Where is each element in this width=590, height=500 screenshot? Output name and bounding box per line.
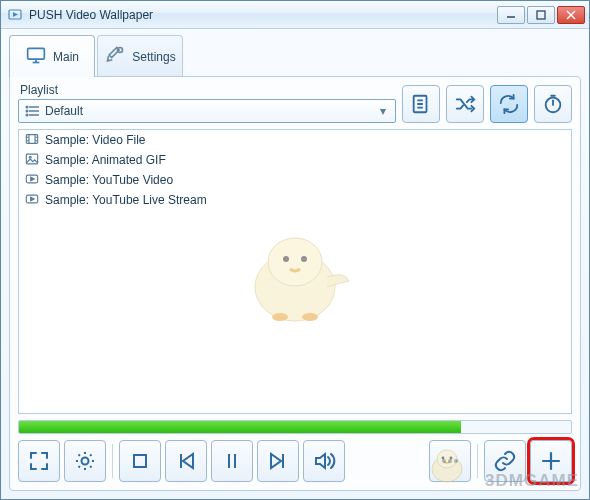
stop-button[interactable] xyxy=(119,440,161,482)
tab-settings-label: Settings xyxy=(132,50,175,64)
separator xyxy=(477,444,478,478)
svg-point-36 xyxy=(255,253,335,321)
main-panel: Playlist Default ▾ xyxy=(9,76,581,491)
maximize-button[interactable] xyxy=(527,6,555,24)
progress-bar[interactable] xyxy=(18,420,572,434)
svg-rect-23 xyxy=(26,134,37,143)
minimize-button[interactable] xyxy=(497,6,525,24)
youtube-icon xyxy=(25,172,39,189)
svg-point-52 xyxy=(448,459,452,463)
svg-point-41 xyxy=(302,313,318,321)
youtube-icon xyxy=(25,192,39,209)
svg-point-53 xyxy=(454,459,458,463)
chevron-down-icon: ▾ xyxy=(375,104,391,118)
svg-rect-6 xyxy=(28,48,45,59)
playlist-label: Playlist xyxy=(20,83,396,97)
volume-button[interactable] xyxy=(303,440,345,482)
app-icon xyxy=(7,7,23,23)
tools-icon xyxy=(104,45,126,68)
next-button[interactable] xyxy=(257,440,299,482)
playlist-listbox[interactable]: Sample: Video File Sample: Animated GIF … xyxy=(18,129,572,414)
image-icon xyxy=(25,152,39,169)
close-button[interactable] xyxy=(557,6,585,24)
svg-marker-33 xyxy=(31,177,35,181)
separator xyxy=(112,444,113,478)
window-title: PUSH Video Wallpaper xyxy=(29,8,495,22)
svg-point-42 xyxy=(82,458,89,465)
link-button[interactable] xyxy=(484,440,526,482)
tab-settings[interactable]: Settings xyxy=(97,35,183,77)
svg-rect-30 xyxy=(26,154,37,164)
tab-main-label: Main xyxy=(53,50,79,64)
svg-point-40 xyxy=(272,313,288,321)
previous-button[interactable] xyxy=(165,440,207,482)
svg-marker-1 xyxy=(13,12,18,17)
svg-point-13 xyxy=(26,106,28,108)
list-item-label: Sample: Animated GIF xyxy=(45,153,166,167)
tab-main[interactable]: Main xyxy=(9,35,95,77)
add-button[interactable] xyxy=(530,440,572,482)
list-item-label: Sample: YouTube Video xyxy=(45,173,173,187)
svg-rect-3 xyxy=(537,11,545,19)
shuffle-button[interactable] xyxy=(446,85,484,123)
playlist-row: Playlist Default ▾ xyxy=(18,83,572,123)
list-icon xyxy=(25,103,41,119)
svg-marker-50 xyxy=(316,454,325,468)
progress-fill xyxy=(19,421,461,433)
list-item[interactable]: Sample: Video File xyxy=(19,130,571,150)
tab-strip: Main Settings xyxy=(9,35,581,77)
svg-point-51 xyxy=(442,459,446,463)
watermark-mascot xyxy=(230,217,360,337)
timer-button[interactable] xyxy=(534,85,572,123)
monitor-icon xyxy=(25,45,47,68)
playlist-selected: Default xyxy=(45,104,375,118)
list-item[interactable]: Sample: YouTube Video xyxy=(19,170,571,190)
settings-button[interactable] xyxy=(64,440,106,482)
list-item[interactable]: Sample: YouTube Live Stream xyxy=(19,190,571,210)
repeat-button[interactable] xyxy=(490,85,528,123)
fullscreen-button[interactable] xyxy=(18,440,60,482)
more-button[interactable] xyxy=(429,440,471,482)
svg-point-38 xyxy=(283,256,289,262)
list-item-label: Sample: YouTube Live Stream xyxy=(45,193,207,207)
svg-rect-43 xyxy=(134,455,146,467)
pause-button[interactable] xyxy=(211,440,253,482)
film-icon xyxy=(25,132,39,149)
list-item[interactable]: Sample: Animated GIF xyxy=(19,150,571,170)
svg-point-37 xyxy=(268,238,322,286)
svg-point-39 xyxy=(301,256,307,262)
svg-point-15 xyxy=(26,114,28,116)
window: PUSH Video Wallpaper Main Settings xyxy=(0,0,590,500)
bottom-toolbar xyxy=(18,440,572,482)
playlist-select[interactable]: Default ▾ xyxy=(18,99,396,123)
titlebar: PUSH Video Wallpaper xyxy=(1,1,589,29)
svg-point-14 xyxy=(26,110,28,112)
playlist-manage-button[interactable] xyxy=(402,85,440,123)
svg-marker-45 xyxy=(183,454,193,468)
svg-marker-49 xyxy=(271,454,281,468)
list-item-label: Sample: Video File xyxy=(45,133,146,147)
svg-point-31 xyxy=(29,156,31,158)
svg-marker-35 xyxy=(31,197,35,201)
client-area: Main Settings Playlist Default xyxy=(1,29,589,499)
